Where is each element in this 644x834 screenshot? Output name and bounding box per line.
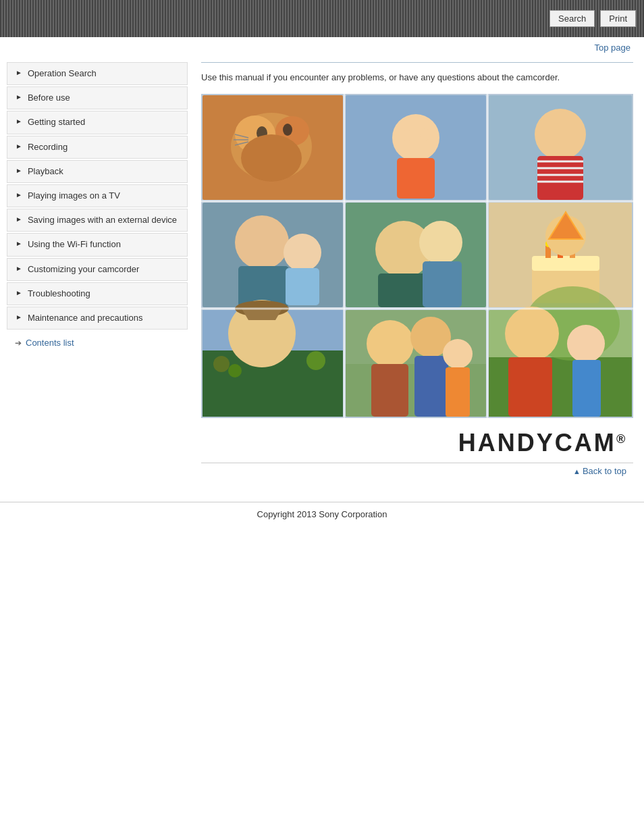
top-page-link[interactable]: Top page bbox=[595, 43, 631, 53]
top-divider bbox=[201, 62, 633, 63]
sidebar-item-recording[interactable]: ► Recording bbox=[7, 136, 188, 159]
svg-point-56 bbox=[367, 320, 414, 367]
svg-rect-66 bbox=[508, 357, 552, 417]
arrow-icon: ► bbox=[16, 118, 22, 125]
sidebar-item-label: Getting started bbox=[28, 116, 85, 128]
arrow-icon: ► bbox=[16, 93, 22, 101]
svg-point-65 bbox=[505, 307, 559, 361]
sidebar-item-playing-images-tv[interactable]: ► Playing images on a TV bbox=[7, 184, 188, 207]
svg-rect-61 bbox=[446, 367, 470, 417]
sidebar-item-label: Using the Wi-Fi function bbox=[28, 238, 121, 251]
arrow-icon: ► bbox=[16, 215, 22, 223]
sidebar-item-label: Recording bbox=[28, 141, 68, 153]
back-to-top-label: Back to top bbox=[583, 466, 626, 476]
sidebar-item-label: Saving images with an external device bbox=[28, 214, 177, 226]
svg-rect-58 bbox=[371, 364, 408, 417]
intro-text: Use this manual if you encounter any pro… bbox=[201, 71, 633, 84]
svg-rect-32 bbox=[423, 261, 462, 307]
sidebar-item-label: Playing images on a TV bbox=[28, 190, 120, 202]
content-area: Use this manual if you encounter any pro… bbox=[188, 55, 644, 495]
sidebar-item-label: Operation Search bbox=[28, 68, 97, 80]
main-layout: ► Operation Search ► Before use ► Gettin… bbox=[0, 55, 644, 495]
arrow-icon: ► bbox=[16, 289, 22, 296]
print-button[interactable]: Print bbox=[600, 10, 636, 27]
svg-rect-18 bbox=[537, 156, 583, 200]
arrow-right-icon: ➔ bbox=[15, 338, 22, 348]
svg-rect-68 bbox=[572, 360, 601, 417]
svg-point-14 bbox=[402, 130, 412, 142]
sidebar: ► Operation Search ► Before use ► Gettin… bbox=[7, 55, 188, 495]
header-bar: Search Print bbox=[0, 0, 644, 37]
handycam-logo: HANDYCAM® bbox=[201, 418, 633, 463]
sidebar-item-label: Before use bbox=[28, 92, 70, 104]
footer: Copyright 2013 Sony Corporation bbox=[0, 502, 644, 530]
arrow-icon: ► bbox=[16, 265, 22, 272]
svg-point-12 bbox=[392, 114, 439, 161]
copyright-text: Copyright 2013 Sony Corporation bbox=[257, 509, 387, 519]
collage-image bbox=[201, 94, 633, 418]
sidebar-item-label: Customizing your camcorder bbox=[28, 263, 139, 276]
triangle-up-icon: ▲ bbox=[573, 467, 583, 475]
arrow-icon: ► bbox=[16, 167, 22, 174]
svg-point-17 bbox=[535, 109, 586, 160]
sidebar-item-operation-search[interactable]: ► Operation Search bbox=[7, 62, 188, 85]
contents-list-link[interactable]: ➔ Contents list bbox=[7, 331, 188, 355]
svg-point-6 bbox=[283, 124, 292, 136]
svg-point-10 bbox=[241, 134, 302, 182]
arrow-icon: ► bbox=[16, 69, 22, 76]
back-to-top-link[interactable]: ▲ Back to top bbox=[573, 466, 626, 476]
sidebar-item-playback[interactable]: ► Playback bbox=[7, 160, 188, 183]
svg-point-30 bbox=[419, 221, 462, 264]
svg-rect-13 bbox=[397, 158, 435, 199]
top-page-bar: Top page bbox=[0, 37, 644, 55]
svg-rect-59 bbox=[414, 356, 448, 417]
contents-list-label: Contents list bbox=[26, 338, 74, 348]
sidebar-item-label: Maintenance and precautions bbox=[28, 312, 143, 324]
sidebar-item-before-use[interactable]: ► Before use bbox=[7, 86, 188, 109]
search-button[interactable]: Search bbox=[549, 10, 595, 27]
back-to-top-bar: ▲ Back to top bbox=[201, 463, 633, 481]
logo-registered-mark: ® bbox=[616, 432, 626, 446]
sidebar-item-troubleshooting[interactable]: ► Troubleshooting bbox=[7, 282, 188, 305]
photo-collage bbox=[201, 94, 633, 418]
sidebar-item-label: Playback bbox=[28, 165, 63, 178]
svg-point-67 bbox=[567, 325, 605, 363]
svg-point-51 bbox=[213, 356, 230, 372]
sidebar-item-getting-started[interactable]: ► Getting started bbox=[7, 111, 188, 134]
sidebar-item-customizing[interactable]: ► Customizing your camcorder bbox=[7, 258, 188, 281]
sidebar-item-label: Troubleshooting bbox=[28, 288, 90, 300]
sidebar-item-maintenance[interactable]: ► Maintenance and precautions bbox=[7, 307, 188, 330]
svg-point-53 bbox=[306, 351, 325, 370]
arrow-icon: ► bbox=[16, 142, 22, 150]
sidebar-item-saving-images[interactable]: ► Saving images with an external device bbox=[7, 209, 188, 232]
svg-rect-35 bbox=[532, 256, 599, 271]
arrow-icon: ► bbox=[16, 191, 22, 199]
svg-point-15 bbox=[420, 128, 431, 140]
logo-text: HANDYCAM bbox=[458, 429, 616, 457]
sidebar-item-wifi[interactable]: ► Using the Wi-Fi function bbox=[7, 233, 188, 256]
arrow-icon: ► bbox=[16, 240, 22, 247]
svg-point-60 bbox=[443, 339, 473, 369]
arrow-icon: ► bbox=[16, 313, 22, 321]
svg-point-52 bbox=[228, 364, 242, 377]
